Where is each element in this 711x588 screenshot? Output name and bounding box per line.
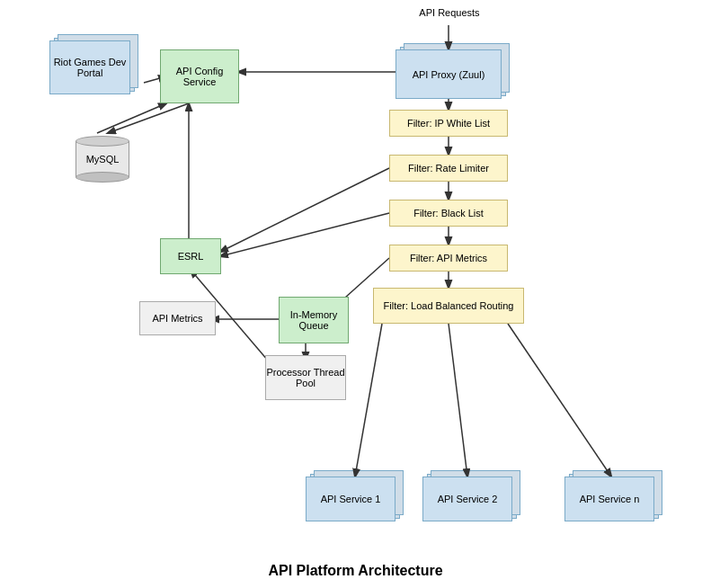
api-service-1: API Service 1 (306, 477, 395, 521)
filter-ip-whitelist: Filter: IP White List (389, 110, 508, 137)
svg-line-11 (97, 103, 166, 133)
filter-api-metrics: Filter: API Metrics (389, 245, 508, 272)
api-proxy: API Proxy (Zuul) (395, 49, 502, 99)
esrl: ESRL (160, 238, 221, 274)
svg-line-18 (449, 324, 467, 477)
svg-line-17 (355, 324, 382, 477)
diagram-title: API Platform Architecture (0, 563, 711, 579)
cylinder-bottom (76, 172, 129, 183)
processor-thread-pool: Processor Thread Pool (265, 355, 346, 400)
filter-blacklist: Filter: Black List (389, 200, 508, 227)
mysql-db: MySQL (76, 130, 129, 188)
svg-line-6 (220, 168, 389, 252)
svg-line-10 (108, 103, 189, 133)
in-memory-queue: In-Memory Queue (279, 297, 349, 343)
filter-routing: Filter: Load Balanced Routing (373, 288, 524, 324)
api-config-service: API Config Service (160, 49, 239, 103)
api-metrics: API Metrics (139, 301, 216, 335)
diagram: API Requests Riot Games Dev Portal API C… (0, 0, 711, 588)
svg-line-7 (220, 213, 389, 256)
api-service-n: API Service n (564, 477, 654, 521)
api-requests-label: API Requests (409, 7, 490, 18)
api-service-2: API Service 2 (422, 477, 512, 521)
svg-line-19 (508, 324, 611, 477)
riot-dev-portal: Riot Games Dev Portal (49, 40, 130, 94)
filter-rate-limiter: Filter: Rate Limiter (389, 155, 508, 182)
cylinder-top (76, 136, 129, 147)
